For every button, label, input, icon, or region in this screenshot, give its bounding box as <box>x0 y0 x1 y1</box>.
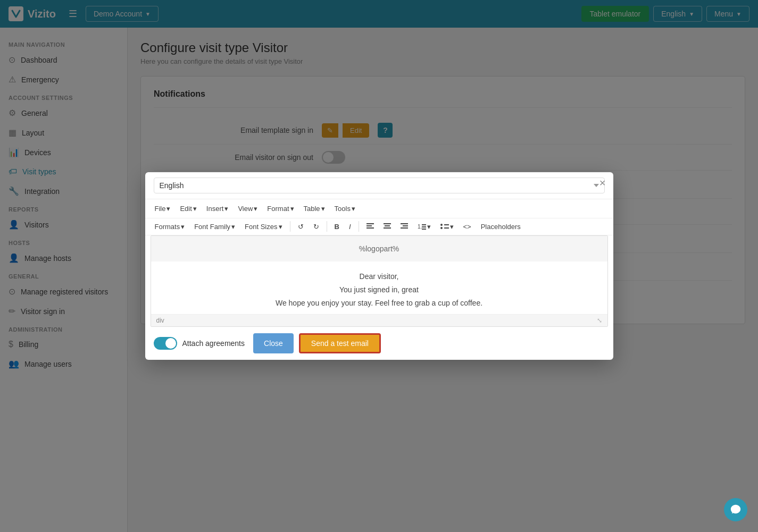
format-menu[interactable]: Format ▾ <box>263 202 298 215</box>
send-test-email-button[interactable]: Send a test email <box>299 333 381 353</box>
svg-rect-15 <box>444 224 449 225</box>
table-label: Table <box>304 205 320 213</box>
view-menu[interactable]: View ▾ <box>234 202 262 215</box>
editor-toolbar-top: File ▾ Edit ▾ Insert ▾ View ▾ Format ▾ T… <box>145 199 613 218</box>
redo-button[interactable]: ↻ <box>309 221 323 233</box>
chevron-down-icon: ▾ <box>181 223 185 231</box>
chevron-down-icon: ▾ <box>450 223 454 231</box>
attach-agreements-toggle[interactable] <box>154 337 177 350</box>
edit-menu[interactable]: Edit ▾ <box>176 202 201 215</box>
font-sizes-dropdown[interactable]: Font Sizes ▾ <box>240 221 286 233</box>
chevron-down-icon: ▾ <box>321 205 325 213</box>
font-family-dropdown[interactable]: Font Family ▾ <box>190 221 239 233</box>
bold-button[interactable]: B <box>330 221 344 233</box>
svg-text:1.: 1. <box>418 224 422 230</box>
attach-agreements-label: Attach agreements <box>182 339 245 348</box>
chevron-down-icon: ▾ <box>193 205 197 213</box>
svg-rect-16 <box>444 227 449 229</box>
language-select[interactable]: English <box>154 178 605 193</box>
chevron-down-icon: ▾ <box>231 223 235 231</box>
svg-rect-1 <box>366 225 372 226</box>
chevron-down-icon: ▾ <box>166 205 170 213</box>
chat-bubble[interactable] <box>724 498 747 521</box>
align-center-button[interactable] <box>379 221 395 232</box>
editor-content[interactable]: Dear visitor, You just signed in, great … <box>151 266 607 315</box>
logo-placeholder: %logopart% <box>151 236 607 261</box>
editor-toolbar-bottom: Formats ▾ Font Family ▾ Font Sizes ▾ ↺ ↻… <box>145 218 613 235</box>
edit-label: Edit <box>180 205 191 213</box>
editor-container: %logopart% Dear visitor, You just signed… <box>151 235 608 327</box>
table-menu[interactable]: Table ▾ <box>299 202 329 215</box>
format-label: Format <box>267 205 289 213</box>
svg-rect-8 <box>401 227 408 229</box>
align-right-button[interactable] <box>396 221 412 232</box>
tools-label: Tools <box>335 205 351 213</box>
view-label: View <box>238 205 253 213</box>
svg-rect-6 <box>401 223 408 224</box>
svg-rect-10 <box>422 224 426 225</box>
editor-line-2: You just signed in, great <box>155 283 603 297</box>
svg-rect-4 <box>385 225 390 226</box>
file-menu[interactable]: File ▾ <box>151 202 175 215</box>
svg-rect-3 <box>384 223 391 224</box>
code-button[interactable]: <> <box>459 221 476 233</box>
toolbar-divider <box>327 221 327 232</box>
align-left-button[interactable] <box>362 221 378 232</box>
modal-close-button[interactable]: × <box>599 178 606 188</box>
toolbar-divider <box>290 221 290 232</box>
file-label: File <box>155 205 166 213</box>
tools-menu[interactable]: Tools ▾ <box>330 202 360 215</box>
svg-rect-0 <box>366 223 374 224</box>
formats-label: Formats <box>155 223 180 231</box>
chevron-down-icon: ▾ <box>279 223 282 231</box>
formats-dropdown[interactable]: Formats ▾ <box>151 221 189 233</box>
placeholders-label: Placeholders <box>481 223 521 231</box>
chevron-down-icon: ▾ <box>352 205 355 213</box>
insert-menu[interactable]: Insert ▾ <box>202 202 233 215</box>
placeholders-button[interactable]: Placeholders <box>477 221 525 233</box>
svg-rect-7 <box>403 225 408 226</box>
modal-close-button-footer[interactable]: Close <box>253 333 294 353</box>
attach-agreements-section: Attach agreements <box>154 337 245 350</box>
editor-line-3: We hope you enjoy your stay. Feel free t… <box>155 297 603 310</box>
chevron-down-icon: ▾ <box>427 223 431 231</box>
chevron-down-icon: ▾ <box>290 205 294 213</box>
editor-line-1: Dear visitor, <box>155 270 603 283</box>
modal-overlay: × English File ▾ Edit ▾ Insert ▾ View <box>0 0 758 532</box>
insert-label: Insert <box>206 205 224 213</box>
toolbar-divider <box>359 221 359 232</box>
svg-point-14 <box>440 227 443 229</box>
chevron-down-icon: ▾ <box>254 205 257 213</box>
editor-statusbar: div ⤡ <box>151 314 607 326</box>
font-family-label: Font Family <box>194 223 230 231</box>
unordered-list-button[interactable]: ▾ <box>436 221 458 233</box>
resize-handle[interactable]: ⤡ <box>597 317 602 324</box>
undo-button[interactable]: ↺ <box>294 221 308 233</box>
ordered-list-button[interactable]: 1. ▾ <box>413 221 435 233</box>
modal-language-section: English <box>145 172 613 199</box>
modal-footer: Attach agreements Close Send a test emai… <box>145 327 613 360</box>
font-sizes-label: Font Sizes <box>245 223 277 231</box>
italic-button[interactable]: I <box>345 221 355 233</box>
chevron-down-icon: ▾ <box>224 205 228 213</box>
svg-rect-5 <box>384 227 391 229</box>
svg-rect-12 <box>422 229 426 230</box>
svg-rect-2 <box>366 227 374 229</box>
svg-rect-11 <box>422 226 426 227</box>
email-editor-modal: × English File ▾ Edit ▾ Insert ▾ View <box>145 172 613 360</box>
editor-status-tag: div <box>156 317 164 324</box>
modal-footer-buttons: Close Send a test email <box>253 333 381 353</box>
svg-point-13 <box>440 224 443 226</box>
